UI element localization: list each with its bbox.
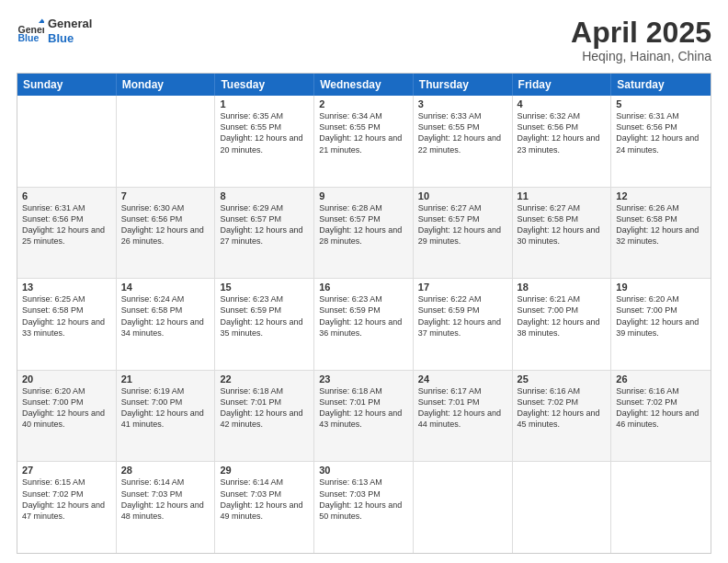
svg-text:Blue: Blue: [18, 31, 40, 42]
day-info: Sunrise: 6:33 AM Sunset: 6:55 PM Dayligh…: [418, 110, 507, 155]
calendar-cell: 10Sunrise: 6:27 AM Sunset: 6:57 PM Dayli…: [414, 188, 513, 279]
day-number: 14: [121, 282, 210, 293]
calendar-cell: 30Sunrise: 6:13 AM Sunset: 7:03 PM Dayli…: [314, 462, 414, 553]
day-number: 3: [418, 98, 507, 109]
logo-icon: General Blue: [17, 17, 44, 45]
day-info: Sunrise: 6:20 AM Sunset: 7:00 PM Dayligh…: [616, 293, 706, 339]
calendar-cell: 19Sunrise: 6:20 AM Sunset: 7:00 PM Dayli…: [611, 279, 711, 370]
day-number: 29: [220, 465, 309, 476]
day-number: 8: [220, 190, 309, 201]
day-info: Sunrise: 6:13 AM Sunset: 7:03 PM Dayligh…: [319, 477, 408, 522]
header: General Blue General Blue April 2025 Heq…: [17, 17, 711, 63]
day-number: 4: [518, 98, 607, 109]
calendar-cell: 23Sunrise: 6:18 AM Sunset: 7:01 PM Dayli…: [314, 371, 414, 462]
day-number: 13: [22, 282, 111, 293]
day-number: 15: [220, 282, 309, 293]
logo: General Blue General Blue: [17, 17, 92, 45]
calendar-cell: 7Sunrise: 6:30 AM Sunset: 6:56 PM Daylig…: [117, 188, 216, 279]
day-info: Sunrise: 6:29 AM Sunset: 6:57 PM Dayligh…: [220, 202, 309, 247]
header-day-sunday: Sunday: [17, 74, 117, 96]
calendar-cell: 26Sunrise: 6:16 AM Sunset: 7:02 PM Dayli…: [611, 371, 711, 462]
day-info: Sunrise: 6:16 AM Sunset: 7:02 PM Dayligh…: [518, 385, 607, 431]
page-subtitle: Heqing, Hainan, China: [571, 49, 711, 63]
day-info: Sunrise: 6:14 AM Sunset: 7:03 PM Dayligh…: [121, 477, 210, 522]
day-info: Sunrise: 6:30 AM Sunset: 6:56 PM Dayligh…: [121, 202, 210, 247]
calendar-cell: 20Sunrise: 6:20 AM Sunset: 7:00 PM Dayli…: [17, 371, 117, 462]
calendar-week-4: 20Sunrise: 6:20 AM Sunset: 7:00 PM Dayli…: [17, 371, 711, 463]
day-number: 1: [220, 98, 309, 109]
calendar-cell: [117, 96, 216, 187]
day-info: Sunrise: 6:17 AM Sunset: 7:01 PM Dayligh…: [418, 385, 507, 431]
calendar-cell: [513, 462, 612, 553]
day-info: Sunrise: 6:34 AM Sunset: 6:55 PM Dayligh…: [319, 110, 408, 155]
calendar-cell: 11Sunrise: 6:27 AM Sunset: 6:58 PM Dayli…: [513, 188, 612, 279]
calendar-cell: 24Sunrise: 6:17 AM Sunset: 7:01 PM Dayli…: [414, 371, 513, 462]
calendar-cell: 12Sunrise: 6:26 AM Sunset: 6:58 PM Dayli…: [611, 188, 711, 279]
header-day-thursday: Thursday: [414, 74, 513, 96]
calendar-cell: 5Sunrise: 6:31 AM Sunset: 6:56 PM Daylig…: [611, 96, 711, 187]
day-info: Sunrise: 6:24 AM Sunset: 6:58 PM Dayligh…: [121, 293, 210, 339]
calendar-body: 1Sunrise: 6:35 AM Sunset: 6:55 PM Daylig…: [17, 96, 711, 553]
day-info: Sunrise: 6:22 AM Sunset: 6:59 PM Dayligh…: [418, 293, 507, 339]
header-day-monday: Monday: [117, 74, 216, 96]
calendar-cell: 22Sunrise: 6:18 AM Sunset: 7:01 PM Dayli…: [215, 371, 314, 462]
header-day-friday: Friday: [513, 74, 612, 96]
day-info: Sunrise: 6:14 AM Sunset: 7:03 PM Dayligh…: [220, 477, 309, 522]
calendar-cell: 29Sunrise: 6:14 AM Sunset: 7:03 PM Dayli…: [215, 462, 314, 553]
calendar-week-5: 27Sunrise: 6:15 AM Sunset: 7:02 PM Dayli…: [17, 462, 711, 553]
calendar-cell: 6Sunrise: 6:31 AM Sunset: 6:56 PM Daylig…: [17, 188, 117, 279]
calendar-cell: 28Sunrise: 6:14 AM Sunset: 7:03 PM Dayli…: [117, 462, 216, 553]
svg-marker-2: [39, 18, 44, 23]
header-day-wednesday: Wednesday: [314, 74, 414, 96]
day-number: 18: [518, 282, 607, 293]
calendar-cell: 16Sunrise: 6:23 AM Sunset: 6:59 PM Dayli…: [314, 279, 414, 370]
logo-blue: Blue: [48, 31, 92, 46]
calendar-week-1: 1Sunrise: 6:35 AM Sunset: 6:55 PM Daylig…: [17, 96, 711, 188]
calendar-week-3: 13Sunrise: 6:25 AM Sunset: 6:58 PM Dayli…: [17, 279, 711, 371]
day-number: 23: [319, 373, 408, 385]
day-number: 17: [418, 282, 507, 293]
day-number: 20: [22, 373, 111, 385]
day-info: Sunrise: 6:20 AM Sunset: 7:00 PM Dayligh…: [22, 385, 111, 431]
title-block: April 2025 Heqing, Hainan, China: [571, 17, 711, 63]
day-number: 7: [121, 190, 210, 201]
calendar-cell: [414, 462, 513, 553]
day-info: Sunrise: 6:32 AM Sunset: 6:56 PM Dayligh…: [518, 110, 607, 155]
header-day-saturday: Saturday: [611, 74, 711, 96]
day-number: 28: [121, 465, 210, 476]
calendar-cell: 8Sunrise: 6:29 AM Sunset: 6:57 PM Daylig…: [215, 188, 314, 279]
day-info: Sunrise: 6:23 AM Sunset: 6:59 PM Dayligh…: [319, 293, 408, 339]
day-number: 21: [121, 373, 210, 385]
calendar-cell: 13Sunrise: 6:25 AM Sunset: 6:58 PM Dayli…: [17, 279, 117, 370]
day-info: Sunrise: 6:23 AM Sunset: 6:59 PM Dayligh…: [220, 293, 309, 339]
calendar-cell: 14Sunrise: 6:24 AM Sunset: 6:58 PM Dayli…: [117, 279, 216, 370]
day-info: Sunrise: 6:15 AM Sunset: 7:02 PM Dayligh…: [22, 477, 111, 522]
calendar-cell: [611, 462, 711, 553]
calendar: SundayMondayTuesdayWednesdayThursdayFrid…: [17, 73, 711, 554]
day-number: 26: [616, 373, 706, 385]
day-number: 16: [319, 282, 408, 293]
day-info: Sunrise: 6:27 AM Sunset: 6:58 PM Dayligh…: [518, 202, 607, 247]
day-number: 27: [22, 465, 111, 476]
calendar-week-2: 6Sunrise: 6:31 AM Sunset: 6:56 PM Daylig…: [17, 188, 711, 280]
day-info: Sunrise: 6:31 AM Sunset: 6:56 PM Dayligh…: [22, 202, 111, 247]
day-number: 24: [418, 373, 507, 385]
calendar-cell: 9Sunrise: 6:28 AM Sunset: 6:57 PM Daylig…: [314, 188, 414, 279]
day-info: Sunrise: 6:25 AM Sunset: 6:58 PM Dayligh…: [22, 293, 111, 339]
day-number: 5: [616, 98, 706, 109]
day-number: 9: [319, 190, 408, 201]
day-number: 2: [319, 98, 408, 109]
day-number: 22: [220, 373, 309, 385]
day-info: Sunrise: 6:19 AM Sunset: 7:00 PM Dayligh…: [121, 385, 210, 431]
calendar-cell: [17, 96, 117, 187]
header-day-tuesday: Tuesday: [215, 74, 314, 96]
calendar-cell: 2Sunrise: 6:34 AM Sunset: 6:55 PM Daylig…: [314, 96, 414, 187]
page-title: April 2025: [571, 17, 711, 49]
day-number: 10: [418, 190, 507, 201]
calendar-cell: 21Sunrise: 6:19 AM Sunset: 7:00 PM Dayli…: [117, 371, 216, 462]
calendar-cell: 3Sunrise: 6:33 AM Sunset: 6:55 PM Daylig…: [414, 96, 513, 187]
calendar-cell: 27Sunrise: 6:15 AM Sunset: 7:02 PM Dayli…: [17, 462, 117, 553]
day-number: 6: [22, 190, 111, 201]
calendar-cell: 1Sunrise: 6:35 AM Sunset: 6:55 PM Daylig…: [215, 96, 314, 187]
calendar-cell: 18Sunrise: 6:21 AM Sunset: 7:00 PM Dayli…: [513, 279, 612, 370]
